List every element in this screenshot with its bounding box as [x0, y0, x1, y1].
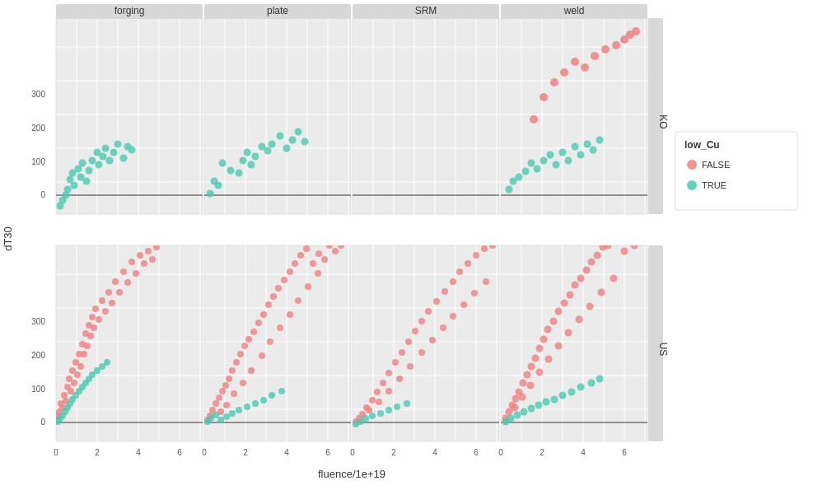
svg-point-271	[281, 277, 287, 283]
svg-point-179	[572, 143, 579, 151]
svg-point-176	[553, 161, 560, 169]
svg-point-208	[74, 371, 81, 378]
svg-point-212	[81, 351, 87, 357]
col-header-plate: plate	[267, 5, 288, 16]
svg-point-133	[71, 182, 78, 189]
svg-point-358	[540, 336, 548, 343]
svg-point-219	[92, 306, 99, 312]
svg-point-217	[89, 314, 96, 320]
svg-point-182	[590, 147, 597, 154]
svg-rect-37	[353, 18, 499, 214]
svg-point-318	[418, 318, 425, 324]
legend-true-label: TRUE	[702, 180, 727, 190]
svg-point-189	[581, 63, 589, 72]
svg-point-319	[425, 308, 432, 315]
svg-point-223	[105, 289, 112, 296]
svg-point-354	[524, 371, 531, 379]
svg-point-305	[278, 388, 285, 394]
svg-point-149	[128, 147, 136, 154]
svg-point-142	[100, 153, 107, 161]
svg-point-175	[547, 152, 554, 159]
svg-point-260	[229, 367, 236, 374]
svg-point-324	[465, 260, 471, 267]
svg-point-225	[112, 278, 119, 285]
svg-point-186	[550, 78, 558, 86]
svg-point-287	[259, 352, 265, 359]
svg-point-388	[528, 405, 535, 413]
svg-point-372	[519, 394, 526, 401]
legend-false-label: FALSE	[702, 160, 730, 170]
svg-point-261	[233, 359, 240, 366]
svg-point-393	[568, 389, 576, 396]
svg-point-365	[577, 275, 585, 282]
svg-point-344	[377, 410, 384, 417]
svg-point-299	[229, 410, 236, 417]
svg-point-147	[120, 155, 128, 162]
svg-point-337	[460, 301, 467, 308]
svg-point-291	[295, 297, 301, 304]
svg-point-226	[116, 289, 123, 296]
svg-point-374	[536, 369, 544, 376]
svg-point-292	[305, 283, 311, 290]
svg-point-298	[223, 413, 230, 420]
x-tick-forging-0: 0	[54, 448, 58, 457]
svg-point-159	[252, 153, 259, 161]
svg-point-329	[376, 399, 382, 405]
chart-container: forging plate SRM weld KO US 0 100 200 3…	[0, 0, 813, 504]
y-tick-300-us: 300	[31, 317, 45, 326]
svg-point-355	[528, 363, 535, 371]
col-header-srm: SRM	[415, 5, 437, 16]
svg-point-227	[120, 268, 127, 275]
svg-rect-65	[56, 245, 203, 441]
svg-rect-51	[501, 18, 647, 214]
x-tick-forging-4: 4	[136, 448, 141, 457]
svg-point-232	[141, 260, 147, 267]
svg-point-396	[596, 376, 604, 383]
y-tick-100: 100	[31, 157, 45, 166]
svg-point-356	[532, 355, 540, 362]
svg-point-283	[223, 402, 230, 408]
svg-point-157	[244, 149, 251, 156]
svg-point-152	[215, 182, 222, 189]
svg-point-206	[71, 380, 77, 386]
svg-point-359	[544, 326, 552, 334]
svg-point-214	[84, 343, 91, 349]
svg-point-366	[583, 267, 591, 274]
x-tick-weld-0: 0	[498, 448, 503, 457]
svg-point-347	[404, 400, 410, 407]
svg-point-259	[226, 376, 232, 382]
svg-point-389	[535, 402, 543, 409]
svg-point-297	[217, 417, 224, 423]
svg-point-210	[77, 363, 84, 370]
svg-point-303	[260, 397, 267, 404]
svg-point-172	[528, 160, 535, 167]
x-tick-plate-4: 4	[284, 448, 289, 457]
svg-point-222	[102, 308, 109, 315]
y-tick-100-us: 100	[31, 385, 45, 394]
legend-false-icon	[687, 160, 697, 170]
svg-point-284	[231, 390, 237, 397]
x-tick-plate-6: 6	[325, 448, 330, 457]
svg-point-273	[292, 260, 298, 267]
col-header-weld: weld	[563, 5, 585, 16]
svg-point-270	[275, 285, 282, 292]
svg-point-390	[543, 399, 550, 406]
svg-point-170	[516, 174, 523, 181]
svg-point-394	[577, 384, 585, 391]
svg-point-338	[471, 290, 478, 296]
x-tick-plate-2: 2	[243, 448, 248, 457]
svg-point-161	[264, 147, 272, 155]
svg-point-144	[106, 157, 114, 165]
svg-point-187	[560, 68, 568, 77]
svg-point-177	[559, 149, 567, 156]
svg-point-351	[512, 395, 520, 403]
svg-point-221	[99, 297, 105, 304]
svg-point-288	[267, 338, 273, 345]
svg-point-158	[248, 161, 255, 169]
svg-point-382	[621, 248, 628, 255]
svg-point-220	[96, 316, 102, 323]
svg-point-218	[91, 324, 97, 331]
svg-point-266	[255, 320, 262, 326]
svg-point-313	[385, 370, 392, 376]
svg-point-300	[236, 407, 242, 413]
